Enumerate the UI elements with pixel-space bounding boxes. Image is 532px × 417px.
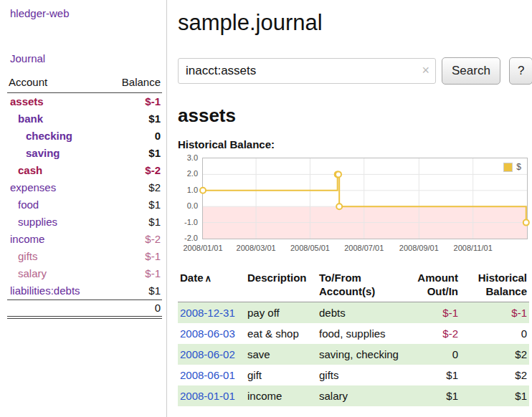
- account-name-cell: assets: [7, 93, 106, 111]
- sidebar-account-link[interactable]: liabilities:debts: [10, 284, 80, 297]
- transaction-description: eat & shop: [245, 323, 317, 344]
- y-tick-label: 3.0: [178, 153, 198, 163]
- transaction-description: gift: [245, 365, 317, 385]
- accounts-total-balance: 0: [106, 300, 162, 318]
- register-header-amount: Amount Out/In: [402, 271, 460, 302]
- account-name-cell: bank: [7, 110, 106, 128]
- sidebar-account-link[interactable]: checking: [26, 130, 72, 142]
- x-tick-label: 2008/11/01: [454, 244, 493, 252]
- balance-chart: 3.02.01.00.0-1.0-2.0 $ 2008/01/012008/03…: [178, 156, 529, 257]
- x-tick-label: 2008/03/01: [237, 244, 276, 252]
- sidebar-item-journal[interactable]: Journal: [10, 52, 166, 64]
- transaction-accounts: saving, checking: [317, 344, 402, 365]
- register-table: Date∧ Description To/From Account(s) Amo…: [178, 271, 529, 406]
- account-row: bank$1: [7, 110, 162, 128]
- account-balance: $-1: [106, 93, 162, 111]
- transaction-amount: $1: [402, 365, 460, 385]
- transaction-accounts: gifts: [317, 365, 402, 385]
- transaction-date-link[interactable]: 2008-06-02: [180, 348, 235, 360]
- transaction-amount: $-1: [402, 302, 460, 324]
- sidebar-account-link[interactable]: gifts: [18, 250, 38, 262]
- x-tick-label: 2008/09/01: [399, 244, 439, 252]
- hledger-web-page: hledger-web Journal Account Balance asse…: [0, 0, 532, 417]
- account-row: checking0: [7, 128, 162, 145]
- sidebar-account-link[interactable]: saving: [26, 147, 60, 159]
- y-tick-label: 0.0: [178, 201, 198, 211]
- app-title-link[interactable]: hledger-web: [10, 7, 166, 19]
- transaction-amount: $1: [402, 385, 460, 406]
- account-balance: $-2: [106, 162, 162, 179]
- sidebar-account-link[interactable]: supplies: [18, 216, 57, 228]
- account-name-cell: saving: [7, 145, 106, 162]
- account-name-cell: checking: [7, 128, 106, 145]
- transaction-date-cell: 2008-12-31: [178, 302, 245, 324]
- transaction-date-cell: 2008-06-02: [178, 344, 245, 365]
- account-name-cell: supplies: [7, 214, 106, 231]
- sidebar-account-link[interactable]: bank: [18, 112, 43, 125]
- accounts-total-spacer: [7, 300, 106, 318]
- register-header-date-label: Date: [180, 272, 204, 284]
- register-row: 2008-01-01incomesalary$1$1: [178, 385, 529, 406]
- account-name-cell: expenses: [7, 179, 106, 196]
- transaction-date-cell: 2008-06-03: [178, 323, 245, 344]
- sidebar-account-link[interactable]: cash: [18, 164, 42, 176]
- transaction-accounts: debts: [317, 302, 402, 324]
- transaction-date-link[interactable]: 2008-06-01: [180, 369, 235, 381]
- account-name-cell: food: [7, 196, 106, 214]
- account-balance: $1: [106, 145, 162, 162]
- sort-ascending-icon: ∧: [205, 273, 212, 284]
- account-balance: $1: [106, 196, 162, 214]
- transaction-description: pay off: [245, 302, 317, 324]
- help-button[interactable]: ?: [509, 57, 532, 85]
- transaction-description: save: [245, 344, 317, 365]
- account-name-cell: income: [7, 231, 106, 248]
- sidebar-account-link[interactable]: income: [10, 233, 44, 245]
- x-tick-label: 2008/01/01: [183, 244, 222, 252]
- page-title: sample.journal: [178, 10, 532, 36]
- transaction-accounts: salary: [317, 385, 402, 406]
- chart-section-label: Historical Balance:: [178, 138, 532, 150]
- y-tick-label: 1.0: [178, 186, 198, 195]
- account-name-cell: liabilities:debts: [7, 282, 106, 300]
- transaction-accounts: food, supplies: [317, 323, 402, 344]
- account-balance: $-2: [106, 231, 162, 248]
- account-row: salary$-1: [7, 265, 162, 282]
- search-box: ×: [178, 58, 436, 84]
- sidebar-account-link[interactable]: salary: [18, 267, 47, 279]
- sidebar-account-link[interactable]: assets: [10, 95, 44, 107]
- transaction-date-link[interactable]: 2008-01-01: [180, 390, 235, 402]
- account-name-cell: cash: [7, 162, 106, 179]
- accounts-header-account: Account: [7, 76, 106, 93]
- register-header-date[interactable]: Date∧: [178, 271, 245, 302]
- register-header-description: Description: [245, 271, 317, 302]
- legend-color-swatch: [503, 163, 513, 172]
- sidebar: hledger-web Journal Account Balance asse…: [0, 0, 167, 417]
- search-button[interactable]: Search: [442, 57, 500, 85]
- transaction-date-cell: 2008-06-01: [178, 365, 245, 385]
- transaction-balance: $2: [460, 344, 529, 365]
- transaction-amount: $-2: [402, 323, 460, 344]
- clear-search-icon[interactable]: ×: [422, 63, 429, 78]
- transaction-date-link[interactable]: 2008-12-31: [180, 307, 235, 319]
- account-name-cell: salary: [7, 265, 106, 282]
- register-table-body: 2008-12-31pay offdebts$-1$-12008-06-03ea…: [178, 302, 529, 407]
- transaction-amount: 0: [402, 344, 460, 365]
- account-balance: $1: [106, 214, 162, 231]
- sidebar-account-link[interactable]: expenses: [10, 181, 56, 193]
- transaction-balance: $-1: [460, 302, 529, 324]
- accounts-table-body: assets$-1bank$1checking0saving$1cash$-2e…: [7, 93, 162, 300]
- register-row: 2008-06-02savesaving, checking0$2: [178, 344, 529, 365]
- account-name-cell: gifts: [7, 248, 106, 265]
- y-tick-label: 2.0: [178, 169, 198, 178]
- transaction-balance: 0: [460, 323, 529, 344]
- transaction-date-link[interactable]: 2008-06-03: [180, 327, 235, 340]
- search-bar: × Search ?: [178, 57, 532, 85]
- account-row: expenses$2: [7, 179, 162, 196]
- account-row: assets$-1: [7, 93, 162, 111]
- search-input[interactable]: [178, 58, 436, 84]
- sidebar-account-link[interactable]: food: [18, 198, 39, 211]
- accounts-total-row: 0: [7, 300, 162, 318]
- account-balance: $-1: [106, 248, 162, 265]
- chart-legend: $: [500, 160, 524, 173]
- account-row: gifts$-1: [7, 248, 162, 265]
